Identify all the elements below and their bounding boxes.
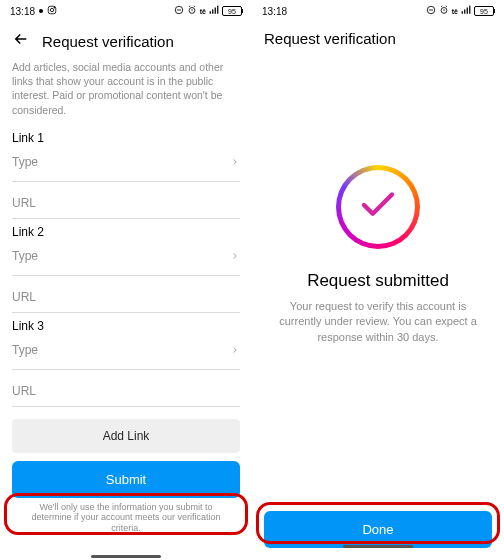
chevron-right-icon bbox=[230, 341, 240, 359]
link2-label: Link 2 bbox=[12, 225, 240, 239]
submit-button[interactable]: Submit bbox=[12, 461, 240, 498]
svg-rect-8 bbox=[217, 6, 218, 14]
link2-url-input[interactable]: URL bbox=[12, 276, 240, 313]
intro-subtext: Add articles, social media accounts and … bbox=[0, 60, 252, 125]
screen-verification-form: 13:18 tē 95 Request verification Add art… bbox=[0, 0, 252, 560]
link1-url-input[interactable]: URL bbox=[12, 182, 240, 219]
svg-rect-13 bbox=[467, 8, 468, 14]
svg-rect-14 bbox=[469, 6, 470, 14]
link1-label: Link 1 bbox=[12, 131, 240, 145]
success-title: Request submitted bbox=[307, 271, 449, 291]
status-time: 13:18 bbox=[10, 6, 35, 17]
svg-rect-6 bbox=[212, 9, 213, 13]
status-bar: 13:18 tē 95 bbox=[0, 0, 252, 22]
instagram-icon bbox=[47, 5, 57, 17]
svg-rect-11 bbox=[462, 11, 463, 14]
success-gradient-circle bbox=[336, 165, 420, 249]
alarm-icon bbox=[187, 5, 197, 17]
battery-icon: 95 bbox=[222, 6, 242, 16]
type-placeholder: Type bbox=[12, 249, 38, 263]
link1-type-select[interactable]: Type bbox=[12, 149, 240, 182]
chevron-right-icon bbox=[230, 153, 240, 171]
header: Request verification bbox=[252, 22, 504, 55]
screen-request-submitted: 13:18 tē 95 Request verification Re bbox=[252, 0, 504, 560]
signal-icon bbox=[461, 5, 471, 17]
status-dot-icon bbox=[39, 9, 43, 13]
link2-type-select[interactable]: Type bbox=[12, 243, 240, 276]
dnd-icon bbox=[426, 5, 436, 17]
status-bar: 13:18 tē 95 bbox=[252, 0, 504, 22]
header: Request verification bbox=[0, 22, 252, 60]
nav-bar-icon bbox=[343, 545, 413, 548]
svg-rect-7 bbox=[215, 8, 216, 14]
nav-bar-icon bbox=[91, 555, 161, 558]
svg-rect-5 bbox=[210, 11, 211, 14]
volte-icon: tē bbox=[452, 8, 458, 15]
status-time: 13:18 bbox=[262, 6, 287, 17]
dnd-icon bbox=[174, 5, 184, 17]
link3-url-input[interactable]: URL bbox=[12, 370, 240, 407]
battery-icon: 95 bbox=[474, 6, 494, 16]
done-button[interactable]: Done bbox=[264, 511, 492, 548]
alarm-icon bbox=[439, 5, 449, 17]
back-arrow-icon[interactable] bbox=[12, 30, 30, 52]
signal-icon bbox=[209, 5, 219, 17]
svg-point-2 bbox=[54, 7, 55, 8]
page-title: Request verification bbox=[264, 30, 396, 47]
add-link-button[interactable]: Add Link bbox=[12, 419, 240, 453]
svg-rect-12 bbox=[464, 9, 465, 13]
footer-note: We'll only use the information you submi… bbox=[0, 500, 252, 536]
svg-point-1 bbox=[50, 8, 53, 11]
chevron-right-icon bbox=[230, 247, 240, 265]
type-placeholder: Type bbox=[12, 343, 38, 357]
check-icon bbox=[357, 184, 399, 230]
type-placeholder: Type bbox=[12, 155, 38, 169]
link3-type-select[interactable]: Type bbox=[12, 337, 240, 370]
success-subtext: Your request to verify this account is c… bbox=[272, 299, 484, 345]
page-title: Request verification bbox=[42, 33, 174, 50]
link3-label: Link 3 bbox=[12, 319, 240, 333]
volte-icon: tē bbox=[200, 8, 206, 15]
